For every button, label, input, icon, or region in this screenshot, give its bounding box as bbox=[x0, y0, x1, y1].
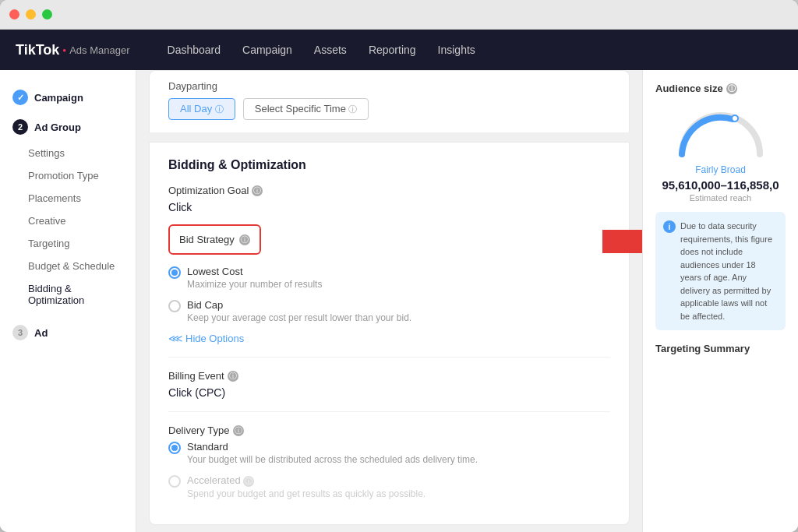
hide-options-button[interactable]: ⋘ Hide Options bbox=[168, 333, 610, 344]
billing-event-row: Billing Event ⓘ bbox=[168, 370, 610, 382]
nav-insights[interactable]: Insights bbox=[438, 44, 475, 56]
audience-size-title: Audience size ⓘ bbox=[655, 83, 786, 94]
optimization-goal-info-icon[interactable]: ⓘ bbox=[252, 185, 263, 196]
dayparting-section: Dayparting All Day ⓘ Select Specific Tim… bbox=[149, 70, 630, 132]
bid-strategy-info-icon[interactable]: ⓘ bbox=[239, 234, 250, 245]
standard-delivery-content: Standard Your budget will be distributed… bbox=[187, 441, 478, 465]
bid-strategy-box: Bid Strategy ⓘ bbox=[168, 224, 261, 255]
standard-delivery-title: Standard bbox=[187, 441, 478, 453]
lowest-cost-desc: Maximize your number of results bbox=[187, 279, 322, 290]
dayparting-label: Dayparting bbox=[168, 80, 610, 92]
logo-ads-text: Ads Manager bbox=[69, 44, 129, 56]
optimization-goal-value: Click bbox=[168, 201, 610, 213]
audience-info-icon[interactable]: ⓘ bbox=[726, 83, 737, 94]
all-day-button[interactable]: All Day ⓘ bbox=[168, 98, 235, 120]
billing-event-info-icon[interactable]: ⓘ bbox=[228, 371, 238, 382]
sidebar-adgroup-label: Ad Group bbox=[34, 122, 81, 133]
gauge-container bbox=[655, 104, 786, 158]
bid-cap-content: Bid Cap Keep your average cost per resul… bbox=[187, 299, 411, 323]
top-nav: TikTok ● Ads Manager Dashboard Campaign … bbox=[0, 30, 798, 70]
lowest-cost-title: Lowest Cost bbox=[187, 266, 322, 277]
nav-dashboard[interactable]: Dashboard bbox=[168, 44, 221, 56]
delivery-type-row: Delivery Type ⓘ bbox=[168, 425, 610, 436]
close-button[interactable] bbox=[9, 9, 19, 19]
bid-cap-option[interactable]: Bid Cap Keep your average cost per resul… bbox=[168, 299, 610, 323]
info-box-icon: i bbox=[663, 220, 676, 233]
sidebar: ✓ Campaign 2 Ad Group Settings Promotion… bbox=[0, 70, 136, 532]
nav-items: Dashboard Campaign Assets Reporting Insi… bbox=[168, 44, 475, 56]
svg-marker-0 bbox=[602, 222, 642, 261]
sidebar-sub-creative-label: Creative bbox=[28, 215, 65, 227]
sidebar-sub-settings[interactable]: Settings bbox=[0, 142, 136, 164]
bidding-section-title: Bidding & Optimization bbox=[168, 158, 610, 172]
dayparting-buttons: All Day ⓘ Select Specific Time ⓘ bbox=[168, 98, 610, 120]
app-content: TikTok ● Ads Manager Dashboard Campaign … bbox=[0, 30, 798, 532]
specific-time-info-icon: ⓘ bbox=[348, 104, 357, 114]
bid-strategy-label: Bid Strategy bbox=[179, 234, 235, 245]
audience-gauge bbox=[674, 104, 768, 158]
bid-strategy-container: Bid Strategy ⓘ bbox=[168, 224, 610, 266]
campaign-step-badge: ✓ bbox=[12, 90, 28, 105]
chevron-icon: ⋘ bbox=[168, 333, 182, 344]
sidebar-sub-placements[interactable]: Placements bbox=[0, 187, 136, 210]
nav-campaign[interactable]: Campaign bbox=[242, 44, 292, 56]
svg-point-2 bbox=[733, 116, 737, 121]
delivery-type-label: Delivery Type bbox=[168, 425, 230, 436]
logo: TikTok ● Ads Manager bbox=[16, 42, 130, 58]
nav-reporting[interactable]: Reporting bbox=[369, 44, 416, 56]
specific-time-button[interactable]: Select Specific Time ⓘ bbox=[243, 98, 369, 120]
content-area: Dayparting All Day ⓘ Select Specific Tim… bbox=[136, 70, 642, 532]
lowest-cost-radio[interactable] bbox=[168, 266, 181, 279]
standard-delivery-desc: Your budget will be distributed across t… bbox=[187, 454, 478, 465]
sidebar-sub-budget-label: Budget & Schedule bbox=[28, 260, 115, 272]
accelerated-info-icon: ⓘ bbox=[243, 476, 254, 487]
delivery-type-info-icon[interactable]: ⓘ bbox=[233, 425, 244, 436]
ad-step-badge: 3 bbox=[12, 325, 28, 340]
right-panel: Audience size ⓘ Fa bbox=[642, 70, 798, 532]
bid-cap-desc: Keep your average cost per result lower … bbox=[187, 312, 411, 323]
standard-delivery-option[interactable]: Standard Your budget will be distributed… bbox=[168, 441, 610, 465]
hide-options-label: Hide Options bbox=[185, 333, 244, 344]
lowest-cost-option[interactable]: Lowest Cost Maximize your number of resu… bbox=[168, 266, 610, 290]
standard-delivery-radio[interactable] bbox=[168, 442, 181, 454]
optimization-goal-row: Optimization Goal ⓘ bbox=[168, 185, 610, 196]
sidebar-sub-promotion[interactable]: Promotion Type bbox=[0, 164, 136, 187]
maximize-button[interactable] bbox=[42, 9, 52, 19]
info-box: i Due to data security requirements, thi… bbox=[655, 212, 786, 330]
logo-tiktok-text: TikTok bbox=[16, 42, 59, 58]
accelerated-delivery-option: Accelerated ⓘ Spend your budget and get … bbox=[168, 474, 610, 499]
accelerated-delivery-title: Accelerated ⓘ bbox=[187, 474, 425, 487]
bid-cap-title: Bid Cap bbox=[187, 299, 411, 311]
title-bar bbox=[0, 0, 798, 30]
sidebar-item-ad[interactable]: 3 Ad bbox=[0, 318, 136, 347]
all-day-info-icon: ⓘ bbox=[215, 104, 224, 114]
accelerated-delivery-content: Accelerated ⓘ Spend your budget and get … bbox=[187, 474, 425, 499]
billing-event-value: Click (CPC) bbox=[168, 386, 610, 399]
sidebar-sub-budget[interactable]: Budget & Schedule bbox=[0, 255, 136, 277]
accelerated-delivery-desc: Spend your budget and get results as qui… bbox=[187, 488, 425, 499]
sidebar-sub-bidding[interactable]: Bidding & Optimization bbox=[0, 277, 136, 312]
sidebar-item-adgroup[interactable]: 2 Ad Group bbox=[0, 112, 136, 142]
info-box-text: Due to data security requirements, this … bbox=[680, 220, 778, 322]
sidebar-sub-settings-label: Settings bbox=[28, 147, 65, 159]
sidebar-sub-targeting-label: Targeting bbox=[28, 238, 69, 249]
estimated-reach: Estimated reach bbox=[655, 193, 786, 203]
section-divider-1 bbox=[168, 357, 610, 358]
nav-assets[interactable]: Assets bbox=[314, 44, 347, 56]
sidebar-campaign-label: Campaign bbox=[34, 92, 83, 104]
minimize-button[interactable] bbox=[26, 9, 36, 19]
sidebar-sub-bidding-label: Bidding & Optimization bbox=[28, 283, 84, 306]
sidebar-item-campaign[interactable]: ✓ Campaign bbox=[0, 83, 136, 112]
sidebar-sub-targeting[interactable]: Targeting bbox=[0, 232, 136, 255]
sidebar-sub-creative[interactable]: Creative bbox=[0, 210, 136, 232]
lowest-cost-content: Lowest Cost Maximize your number of resu… bbox=[187, 266, 322, 290]
sidebar-ad-label: Ad bbox=[34, 327, 48, 339]
gauge-label: Fairly Broad bbox=[655, 164, 786, 175]
optimization-goal-label: Optimization Goal bbox=[168, 185, 249, 196]
red-arrow-icon bbox=[595, 222, 642, 261]
bid-cap-radio[interactable] bbox=[168, 300, 181, 312]
sidebar-sub-placements-label: Placements bbox=[28, 192, 81, 204]
section-divider-2 bbox=[168, 411, 610, 412]
browser-window: TikTok ● Ads Manager Dashboard Campaign … bbox=[0, 0, 798, 532]
billing-event-label: Billing Event bbox=[168, 370, 224, 382]
